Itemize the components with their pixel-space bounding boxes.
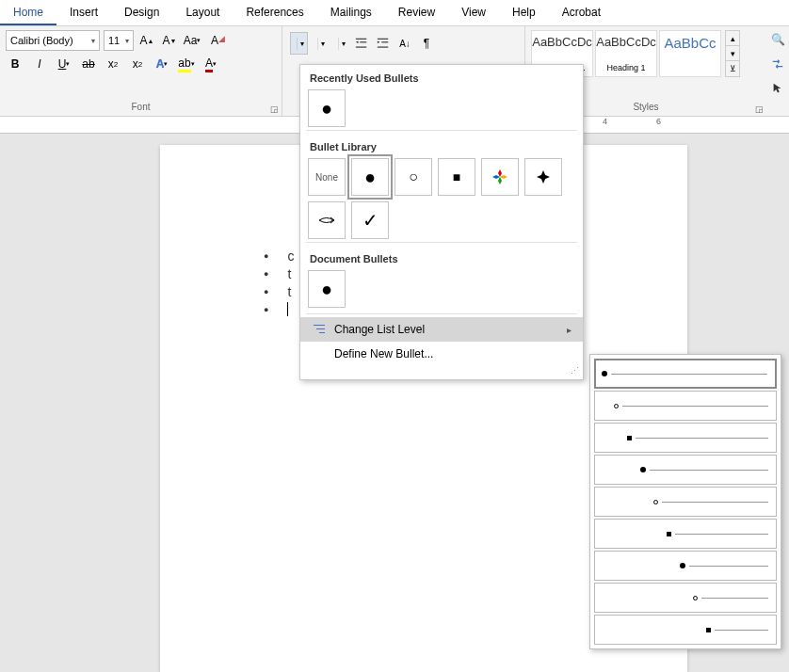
tab-acrobat[interactable]: Acrobat	[549, 0, 614, 25]
bullets-button[interactable]: ▾	[290, 32, 308, 55]
bullets-dropdown: Recently Used Bullets ● Bullet Library N…	[299, 64, 584, 380]
list-level-5[interactable]	[594, 487, 777, 517]
select-button[interactable]	[768, 79, 787, 98]
tab-home[interactable]: Home	[0, 0, 56, 25]
styles-down-button[interactable]: ▾	[726, 46, 739, 61]
bullet-recent-disc[interactable]: ●	[308, 89, 346, 127]
style-heading1[interactable]: AaBbCcDc Heading 1	[595, 30, 657, 77]
svg-rect-20	[378, 47, 388, 48]
tab-references[interactable]: References	[233, 0, 316, 25]
styles-dialog-launcher-icon[interactable]: ◲	[755, 104, 764, 114]
black-four-diamond-icon	[535, 168, 552, 185]
svg-rect-19	[381, 41, 388, 42]
bullet-4diamond[interactable]	[481, 158, 519, 196]
font-dialog-launcher-icon[interactable]: ◲	[270, 104, 279, 114]
list-level-4[interactable]	[594, 455, 777, 485]
style-preview: AaBbCcDc	[532, 35, 592, 49]
italic-button[interactable]: I	[30, 55, 49, 73]
define-new-bullet-item[interactable]: Define New Bullet...	[300, 342, 583, 366]
list-level-2[interactable]	[594, 391, 777, 421]
chevron-right-icon: ▸	[567, 325, 572, 335]
svg-rect-16	[360, 41, 366, 42]
square-bullet-icon	[706, 628, 711, 632]
highlight-button[interactable]: ab▾	[177, 55, 196, 73]
list-level-submenu	[589, 354, 781, 649]
list-level-6[interactable]	[594, 519, 777, 549]
decrease-indent-button[interactable]	[352, 34, 371, 53]
strikethrough-button[interactable]: ab	[79, 55, 98, 73]
style-name: Heading 1	[606, 63, 645, 72]
font-color-button[interactable]: A▾	[201, 55, 220, 73]
styles-expand-button[interactable]: ⊻	[726, 61, 739, 76]
svg-rect-17	[356, 47, 366, 48]
tab-insert[interactable]: Insert	[56, 0, 111, 25]
bullet-check[interactable]: ✓	[351, 201, 389, 239]
find-button[interactable]: 🔍	[768, 30, 787, 49]
style-preview: AaBbCc	[664, 35, 716, 51]
arrow-bullet-icon	[317, 212, 336, 229]
clear-formatting-button[interactable]: A◢	[205, 31, 224, 50]
change-level-icon	[312, 324, 329, 335]
chevron-down-icon: ▾	[297, 38, 307, 50]
list-level-9[interactable]	[594, 615, 777, 645]
replace-button[interactable]	[768, 55, 787, 73]
bullet-none[interactable]: None	[308, 158, 346, 196]
chevron-down-icon: ▾	[125, 37, 129, 45]
show-marks-button[interactable]: ¶	[417, 34, 436, 53]
svg-rect-22	[316, 328, 325, 329]
square-bullet-icon	[667, 532, 671, 536]
separator	[306, 130, 577, 131]
resize-grip-icon[interactable]: ⋰	[300, 366, 583, 376]
list-level-1[interactable]	[594, 359, 777, 389]
font-name-value: Calibri (Body)	[10, 35, 73, 46]
tab-review[interactable]: Review	[385, 0, 448, 25]
subscript-button[interactable]: x2	[104, 55, 122, 73]
four-diamond-icon	[491, 168, 508, 185]
bullet-square[interactable]: ■	[438, 158, 475, 196]
chevron-down-icon: ▾	[317, 38, 328, 50]
change-case-button[interactable]: Aa▾	[183, 31, 201, 50]
chevron-down-icon: ▾	[91, 37, 95, 45]
tab-layout[interactable]: Layout	[172, 0, 233, 25]
numbering-button[interactable]: 123 ▾	[311, 32, 329, 55]
square-bullet-icon	[627, 436, 632, 440]
circle-bullet-icon	[693, 596, 698, 600]
list-level-3[interactable]	[594, 423, 777, 453]
disc-bullet-icon: ●	[364, 167, 376, 188]
grow-font-button[interactable]: A▲	[137, 31, 156, 50]
shrink-font-button[interactable]: A▼	[160, 31, 179, 50]
underline-button[interactable]: U▾	[55, 55, 73, 73]
text-effects-button[interactable]: A▾	[153, 55, 171, 73]
disc-bullet-icon: ●	[321, 98, 332, 120]
sort-button[interactable]: A↓	[395, 34, 414, 53]
increase-indent-button[interactable]	[374, 34, 393, 53]
document-bullets-title: Document Bullets	[300, 246, 583, 270]
font-size-combo[interactable]: 11 ▾	[104, 30, 134, 51]
circle-bullet-icon: ○	[409, 168, 418, 185]
tab-mailings[interactable]: Mailings	[317, 0, 385, 25]
bold-button[interactable]: B	[6, 55, 24, 73]
disc-bullet-icon	[602, 371, 607, 376]
svg-rect-18	[378, 39, 388, 40]
tab-help[interactable]: Help	[499, 0, 549, 25]
list-level-7[interactable]	[594, 551, 777, 581]
superscript-button[interactable]: x2	[128, 55, 147, 73]
styles-up-button[interactable]: ▴	[726, 31, 739, 46]
check-bullet-icon: ✓	[362, 209, 378, 232]
tab-view[interactable]: View	[448, 0, 499, 25]
bullet-document-disc[interactable]: ●	[308, 270, 346, 308]
list-level-8[interactable]	[594, 583, 777, 613]
svg-rect-21	[314, 325, 325, 326]
bullet-disc[interactable]: ●	[351, 158, 389, 196]
multilevel-list-button[interactable]: ▾	[331, 32, 349, 55]
circle-bullet-icon	[614, 404, 619, 408]
font-name-combo[interactable]: Calibri (Body) ▾	[6, 30, 100, 51]
change-list-level-item[interactable]: Change List Level ▸	[300, 317, 583, 342]
style-heading2[interactable]: AaBbCc	[659, 30, 721, 77]
bullet-black-4diamond[interactable]	[524, 158, 562, 196]
change-level-label: Change List Level	[334, 323, 425, 336]
bullet-circle[interactable]: ○	[394, 158, 432, 196]
svg-rect-15	[356, 39, 366, 40]
bullet-arrow[interactable]	[308, 201, 346, 239]
tab-design[interactable]: Design	[111, 0, 172, 25]
